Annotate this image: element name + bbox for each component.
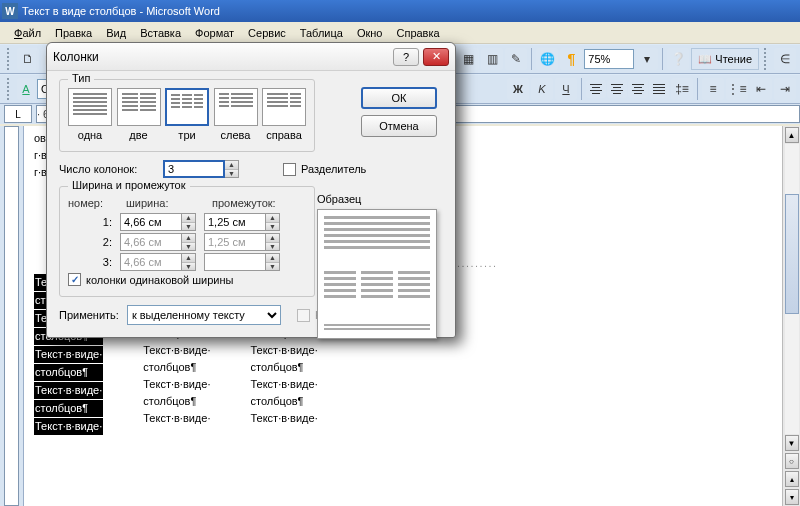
scroll-thumb[interactable] xyxy=(785,194,799,314)
dialog-close-button[interactable]: ✕ xyxy=(423,48,449,66)
columns-dialog: Колонки ? ✕ Тип одна две три слева справ… xyxy=(46,42,456,338)
menu-file[interactable]: ФФайлайл xyxy=(8,25,47,41)
scroll-track[interactable] xyxy=(785,144,799,434)
menu-edit[interactable]: Правка xyxy=(49,25,98,41)
toolbar-grip[interactable] xyxy=(764,48,769,70)
apply-label: Применить: xyxy=(59,309,119,321)
zoom-input[interactable] xyxy=(584,49,634,69)
preset-right[interactable]: справа xyxy=(262,88,306,141)
preset-two[interactable]: две xyxy=(117,88,161,141)
scroll-up-button[interactable]: ▲ xyxy=(785,127,799,143)
apply-select[interactable]: к выделенному тексту xyxy=(127,305,281,325)
type-group: Тип одна две три слева справа xyxy=(59,79,315,152)
line-spacing-button[interactable]: ‡≡ xyxy=(671,78,693,100)
width-gap-group: Ширина и промежуток номер: ширина: проме… xyxy=(59,186,315,297)
menu-service[interactable]: Сервис xyxy=(242,25,292,41)
align-right-button[interactable] xyxy=(628,80,648,98)
toolbar-grip[interactable] xyxy=(7,48,12,70)
reading-mode-button[interactable]: 📖Чтение xyxy=(691,48,759,70)
row2-num: 2: xyxy=(68,236,112,248)
dialog-help-button[interactable]: ? xyxy=(393,48,419,66)
dialog-title: Колонки xyxy=(53,50,389,64)
row2-width-spinner[interactable]: ▲▼ xyxy=(120,233,196,251)
columns-button[interactable]: ▥ xyxy=(481,48,503,70)
col-header-width: ширина: xyxy=(126,197,202,209)
insert-table-button[interactable]: ▦ xyxy=(457,48,479,70)
row2-gap-spinner[interactable]: ▲▼ xyxy=(204,233,280,251)
titlebar: W Текст в виде столбцов - Microsoft Word xyxy=(0,0,800,22)
menu-insert[interactable]: Вставка xyxy=(134,25,187,41)
dialog-titlebar[interactable]: Колонки ? ✕ xyxy=(47,43,455,71)
menu-format[interactable]: Формат xyxy=(189,25,240,41)
window-title: Текст в виде столбцов - Microsoft Word xyxy=(22,5,798,17)
menu-window[interactable]: Окно xyxy=(351,25,389,41)
row3-gap-spinner[interactable]: ▲▼ xyxy=(204,253,280,271)
decrease-indent-button[interactable]: ⇤ xyxy=(750,78,772,100)
epsilon-button[interactable]: ∈ xyxy=(774,48,796,70)
row1-gap-spinner[interactable]: ▲▼ xyxy=(204,213,280,231)
prev-page-button[interactable]: ▴ xyxy=(785,471,799,487)
dialog-buttons: ОК Отмена xyxy=(361,87,437,137)
italic-button[interactable]: K xyxy=(531,78,553,100)
numcols-label: Число колонок: xyxy=(59,163,155,175)
toolbar-separator xyxy=(697,78,698,100)
underline-button[interactable]: Ч xyxy=(555,78,577,100)
toolbar-grip[interactable] xyxy=(7,78,12,100)
numcols-spinner[interactable]: ▲▼ xyxy=(163,160,239,178)
preset-three[interactable]: три xyxy=(165,88,209,141)
align-justify-button[interactable] xyxy=(649,80,669,98)
type-group-label: Тип xyxy=(68,72,94,84)
next-page-button[interactable]: ▾ xyxy=(785,489,799,505)
help-button[interactable]: ❔ xyxy=(667,48,689,70)
toolbar-separator xyxy=(662,48,663,70)
menu-help[interactable]: Справка xyxy=(390,25,445,41)
browse-object-button[interactable]: ○ xyxy=(785,453,799,469)
sample-page-icon xyxy=(317,209,437,339)
vertical-scrollbar[interactable]: ▲ ▼ ○ ▴ ▾ xyxy=(782,126,800,506)
numcols-input[interactable] xyxy=(163,160,225,178)
dialog-body: Тип одна две три слева справа ОК Отмена … xyxy=(47,71,455,337)
toolbar-separator xyxy=(531,48,532,70)
align-group xyxy=(586,80,669,98)
app-icon: W xyxy=(2,3,18,19)
width-gap-label: Ширина и промежуток xyxy=(68,179,190,191)
align-left-button[interactable] xyxy=(586,80,606,98)
col-header-gap: промежуток: xyxy=(212,197,290,209)
ruler-corner[interactable]: L xyxy=(4,105,32,123)
toolbar-separator xyxy=(581,78,582,100)
vertical-ruler[interactable] xyxy=(0,126,24,506)
ok-button[interactable]: ОК xyxy=(361,87,437,109)
preset-left[interactable]: слева xyxy=(214,88,258,141)
styles-button[interactable]: A xyxy=(17,78,35,100)
new-doc-button[interactable]: 🗋 xyxy=(17,48,39,70)
doc-map-button[interactable]: 🌐 xyxy=(536,48,558,70)
menubar: ФФайлайл Правка Вид Вставка Формат Серви… xyxy=(0,22,800,44)
numbered-list-button[interactable]: ≡ xyxy=(702,78,724,100)
menu-view[interactable]: Вид xyxy=(100,25,132,41)
cancel-button[interactable]: Отмена xyxy=(361,115,437,137)
increase-indent-button[interactable]: ⇥ xyxy=(774,78,796,100)
zoom-dropdown[interactable]: ▾ xyxy=(636,48,658,70)
drawing-button[interactable]: ✎ xyxy=(505,48,527,70)
row3-width-spinner[interactable]: ▲▼ xyxy=(120,253,196,271)
row3-num: 3: xyxy=(68,256,112,268)
bold-button[interactable]: Ж xyxy=(507,78,529,100)
scroll-down-button[interactable]: ▼ xyxy=(785,435,799,451)
sample-label: Образец xyxy=(317,193,437,205)
align-center-button[interactable] xyxy=(607,80,627,98)
show-marks-button[interactable]: ¶ xyxy=(560,48,582,70)
bulleted-list-button[interactable]: ⋮≡ xyxy=(726,78,748,100)
divider-checkbox[interactable]: Разделитель xyxy=(283,163,366,176)
preset-one[interactable]: одна xyxy=(68,88,112,141)
row1-width-spinner[interactable]: ▲▼ xyxy=(120,213,196,231)
sample-preview: Образец xyxy=(317,193,437,339)
row1-num: 1: xyxy=(68,216,112,228)
menu-table[interactable]: Таблица xyxy=(294,25,349,41)
col-header-num: номер: xyxy=(68,197,116,209)
equal-width-checkbox[interactable]: ✓колонки одинаковой ширины xyxy=(68,273,306,286)
